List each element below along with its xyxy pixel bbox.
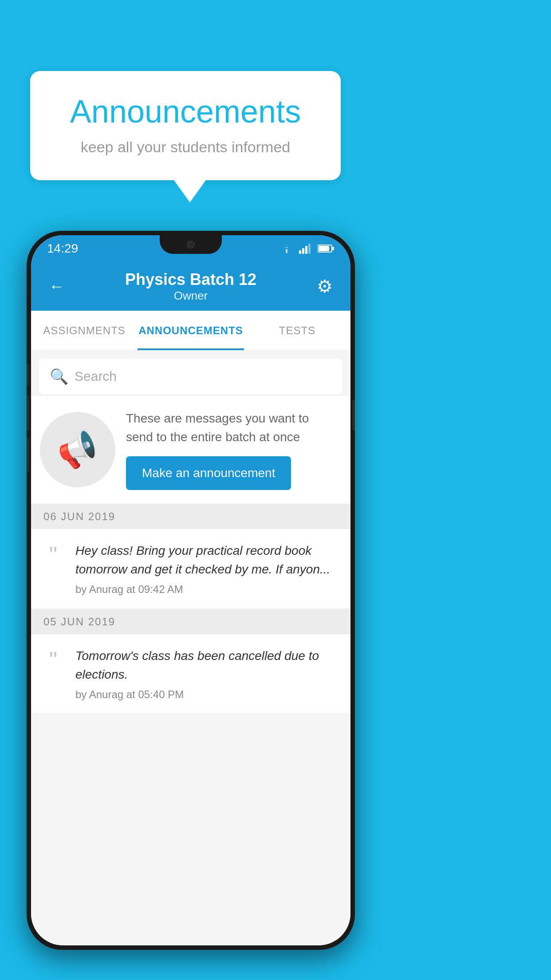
date-separator-2: 05 JUN 2019 — [31, 609, 350, 634]
signal-icon — [299, 243, 312, 254]
tab-announcements[interactable]: ANNOUNCEMENTS — [138, 311, 244, 350]
svg-rect-2 — [302, 248, 304, 254]
announcement-meta-2: by Anurag at 05:40 PM — [75, 688, 338, 701]
announcement-text-1: Hey class! Bring your practical record b… — [75, 541, 338, 579]
speech-bubble-container: Announcements keep all your students inf… — [30, 71, 341, 202]
tab-tests[interactable]: TESTS — [244, 311, 350, 350]
volume-up-button — [27, 364, 29, 386]
speech-bubble: Announcements keep all your students inf… — [30, 71, 341, 180]
speech-bubble-title: Announcements — [57, 93, 314, 130]
announcement-content-1: Hey class! Bring your practical record b… — [75, 541, 338, 596]
megaphone-icon: 📢 — [52, 425, 103, 474]
speech-bubble-tail — [174, 180, 206, 202]
wifi-icon — [279, 243, 294, 254]
status-icons — [279, 243, 335, 254]
quote-icon-2: " — [40, 648, 67, 672]
announcement-meta-1: by Anurag at 09:42 AM — [75, 583, 338, 596]
announcement-item-2[interactable]: " Tomorrow's class has been cancelled du… — [31, 634, 350, 714]
notch — [160, 235, 222, 254]
svg-rect-3 — [305, 246, 307, 254]
svg-rect-1 — [299, 250, 301, 254]
svg-rect-7 — [332, 247, 334, 250]
announcement-item-1[interactable]: " Hey class! Bring your practical record… — [31, 529, 350, 609]
tab-bar: ASSIGNMENTS ANNOUNCEMENTS TESTS — [31, 311, 350, 351]
make-announcement-button[interactable]: Make an announcement — [126, 456, 291, 490]
volume-down-button — [27, 395, 29, 431]
app-bar-title: Physics Batch 12 — [69, 270, 312, 289]
status-time: 14:29 — [47, 241, 78, 256]
power-button — [352, 399, 355, 431]
tab-assignments[interactable]: ASSIGNMENTS — [31, 311, 138, 350]
status-bar: 14:29 — [31, 235, 350, 262]
svg-rect-6 — [319, 246, 329, 251]
battery-icon — [318, 244, 335, 253]
date-separator-1: 06 JUN 2019 — [31, 504, 350, 529]
announcement-text-2: Tomorrow's class has been cancelled due … — [75, 647, 338, 684]
promo-right: These are messages you want to send to t… — [126, 409, 337, 490]
phone-screen: 14:29 — [31, 235, 350, 945]
svg-rect-4 — [308, 244, 311, 254]
phone-mockup: 14:29 — [27, 231, 355, 950]
search-placeholder: Search — [75, 369, 117, 384]
promo-icon-circle: 📢 — [40, 412, 115, 487]
search-icon: 🔍 — [50, 368, 68, 385]
svg-point-0 — [286, 251, 287, 253]
quote-icon-1: " — [40, 543, 67, 566]
settings-button[interactable]: ⚙ — [312, 272, 337, 301]
announcement-content-2: Tomorrow's class has been cancelled due … — [75, 647, 338, 701]
speech-bubble-subtitle: keep all your students informed — [57, 138, 314, 156]
announcement-promo: 📢 These are messages you want to send to… — [31, 396, 350, 503]
back-button[interactable]: ← — [44, 273, 69, 300]
app-bar-title-container: Physics Batch 12 Owner — [69, 270, 312, 303]
content-area: 🔍 Search 📢 These are messages you want t… — [31, 351, 350, 945]
camera — [187, 241, 195, 249]
search-bar[interactable]: 🔍 Search — [39, 359, 342, 394]
silent-button — [27, 437, 29, 473]
app-bar: ← Physics Batch 12 Owner ⚙ — [31, 262, 350, 311]
promo-text: These are messages you want to send to t… — [126, 409, 337, 447]
app-bar-subtitle: Owner — [69, 289, 312, 303]
